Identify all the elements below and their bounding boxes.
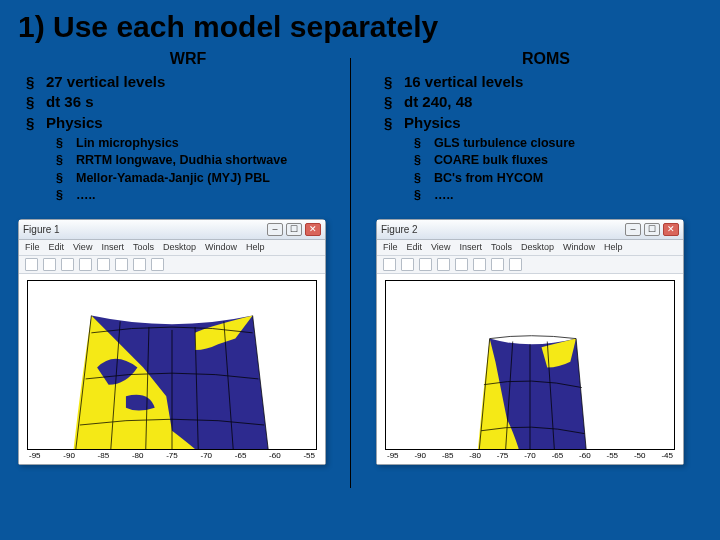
window-buttons: – ☐ ✕ [625, 223, 679, 236]
list-item: Lin microphysics [56, 135, 358, 153]
tick-label: -60 [579, 451, 591, 460]
menu-item[interactable]: Tools [133, 242, 154, 252]
tick-label: -60 [269, 451, 281, 460]
toolbar-button[interactable] [455, 258, 468, 271]
tick-label: -90 [63, 451, 75, 460]
menu-item[interactable]: Window [205, 242, 237, 252]
tick-label: -75 [166, 451, 178, 460]
tick-label: -95 [29, 451, 41, 460]
tick-label: -70 [524, 451, 536, 460]
tick-label: -80 [469, 451, 481, 460]
menu-item[interactable]: File [25, 242, 40, 252]
window-titlebar: Figure 1 – ☐ ✕ [19, 220, 325, 240]
tick-label: -55 [607, 451, 619, 460]
window-title: Figure 1 [23, 224, 60, 235]
maximize-icon[interactable]: ☐ [644, 223, 660, 236]
list-item: RRTM longwave, Dudhia shortwave [56, 152, 358, 170]
toolbar-button[interactable] [61, 258, 74, 271]
minimize-icon[interactable]: – [267, 223, 283, 236]
menu-item[interactable]: Edit [49, 242, 65, 252]
tool-bar [19, 256, 325, 274]
roms-figure-window: Figure 2 – ☐ ✕ File Edit View Insert Too… [376, 219, 684, 465]
menu-bar: File Edit View Insert Tools Desktop Wind… [19, 240, 325, 256]
window-buttons: – ☐ ✕ [267, 223, 321, 236]
wrf-domain-plot [27, 280, 317, 450]
list-item: Physics Lin microphysics RRTM longwave, … [26, 113, 358, 205]
menu-item[interactable]: Window [563, 242, 595, 252]
tick-label: -80 [132, 451, 144, 460]
plot-area: -95 -90 -85 -80 -75 -70 -65 -60 -55 [19, 274, 325, 464]
tick-label: -70 [200, 451, 212, 460]
menu-item[interactable]: Tools [491, 242, 512, 252]
menu-item[interactable]: Insert [101, 242, 124, 252]
list-item: 16 vertical levels [384, 72, 716, 92]
window-titlebar: Figure 2 – ☐ ✕ [377, 220, 683, 240]
menu-item[interactable]: Desktop [163, 242, 196, 252]
toolbar-button[interactable] [115, 258, 128, 271]
tick-label: -65 [552, 451, 564, 460]
list-item-label: Physics [404, 114, 461, 131]
list-item: ….. [56, 187, 358, 205]
toolbar-button[interactable] [383, 258, 396, 271]
list-item-label: Physics [46, 114, 103, 131]
toolbar-button[interactable] [43, 258, 56, 271]
toolbar-button[interactable] [509, 258, 522, 271]
roms-domain-plot [385, 280, 675, 450]
toolbar-button[interactable] [491, 258, 504, 271]
right-main-list: 16 vertical levels dt 240, 48 Physics GL… [376, 72, 716, 205]
menu-item[interactable]: Help [604, 242, 623, 252]
left-main-list: 27 vertical levels dt 36 s Physics Lin m… [18, 72, 358, 205]
menu-item[interactable]: Desktop [521, 242, 554, 252]
tick-label: -95 [387, 451, 399, 460]
list-item: ….. [414, 187, 716, 205]
list-item: BC's from HYCOM [414, 170, 716, 188]
close-icon[interactable]: ✕ [663, 223, 679, 236]
tick-label: -85 [442, 451, 454, 460]
left-header: WRF [18, 50, 358, 68]
toolbar-button[interactable] [151, 258, 164, 271]
right-header: ROMS [376, 50, 716, 68]
list-item: GLS turbulence closure [414, 135, 716, 153]
close-icon[interactable]: ✕ [305, 223, 321, 236]
menu-item[interactable]: File [383, 242, 398, 252]
tick-label: -55 [303, 451, 315, 460]
menu-item[interactable]: Insert [459, 242, 482, 252]
left-column: WRF 27 vertical levels dt 36 s Physics L… [18, 50, 358, 465]
wrf-figure-window: Figure 1 – ☐ ✕ File Edit View Insert Too… [18, 219, 326, 465]
list-item: COARE bulk fluxes [414, 152, 716, 170]
menu-item[interactable]: View [73, 242, 92, 252]
toolbar-button[interactable] [401, 258, 414, 271]
toolbar-button[interactable] [133, 258, 146, 271]
list-item: Physics GLS turbulence closure COARE bul… [384, 113, 716, 205]
right-column: ROMS 16 vertical levels dt 240, 48 Physi… [376, 50, 716, 465]
toolbar-button[interactable] [97, 258, 110, 271]
tick-label: -50 [634, 451, 646, 460]
minimize-icon[interactable]: – [625, 223, 641, 236]
toolbar-button[interactable] [473, 258, 486, 271]
right-sub-list: GLS turbulence closure COARE bulk fluxes… [404, 135, 716, 205]
maximize-icon[interactable]: ☐ [286, 223, 302, 236]
left-sub-list: Lin microphysics RRTM longwave, Dudhia s… [46, 135, 358, 205]
toolbar-button[interactable] [25, 258, 38, 271]
toolbar-button[interactable] [437, 258, 450, 271]
menu-item[interactable]: Edit [407, 242, 423, 252]
menu-item[interactable]: Help [246, 242, 265, 252]
slide-title: 1) Use each model separately [18, 10, 702, 44]
list-item: 27 vertical levels [26, 72, 358, 92]
tick-label: -45 [661, 451, 673, 460]
x-axis-ticks: -95 -90 -85 -80 -75 -70 -65 -60 -55 -50 … [385, 450, 675, 460]
tool-bar [377, 256, 683, 274]
menu-item[interactable]: View [431, 242, 450, 252]
list-item: dt 240, 48 [384, 92, 716, 112]
x-axis-ticks: -95 -90 -85 -80 -75 -70 -65 -60 -55 [27, 450, 317, 460]
toolbar-button[interactable] [79, 258, 92, 271]
tick-label: -65 [235, 451, 247, 460]
toolbar-button[interactable] [419, 258, 432, 271]
tick-label: -75 [497, 451, 509, 460]
menu-bar: File Edit View Insert Tools Desktop Wind… [377, 240, 683, 256]
window-title: Figure 2 [381, 224, 418, 235]
list-item: Mellor-Yamada-Janjic (MYJ) PBL [56, 170, 358, 188]
tick-label: -90 [414, 451, 426, 460]
plot-area: -95 -90 -85 -80 -75 -70 -65 -60 -55 -50 … [377, 274, 683, 464]
list-item: dt 36 s [26, 92, 358, 112]
